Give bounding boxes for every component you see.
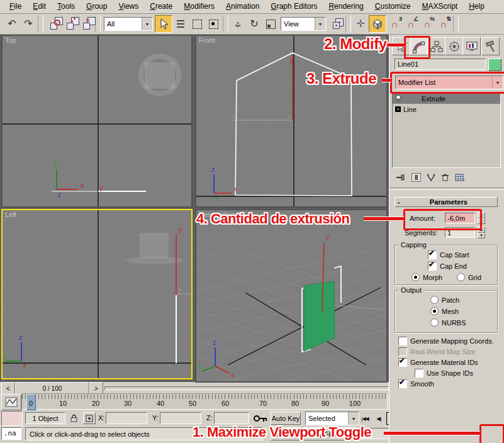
cap-end-checkbox[interactable] bbox=[428, 262, 437, 271]
menu-modifiers[interactable]: Modifiers bbox=[178, 1, 220, 13]
select-object-button[interactable] bbox=[155, 15, 172, 33]
select-and-link-button[interactable] bbox=[45, 16, 61, 32]
bind-to-spacewarp-button[interactable] bbox=[77, 16, 94, 32]
tab-display[interactable] bbox=[462, 37, 481, 55]
modifier-list-dropdown[interactable]: Modifier List bbox=[395, 76, 503, 89]
select-and-manipulate-button[interactable]: ✛ bbox=[352, 16, 369, 32]
chevron-down-icon[interactable] bbox=[348, 412, 359, 425]
menu-tools[interactable]: Tools bbox=[52, 1, 81, 13]
chevron-down-icon[interactable] bbox=[315, 18, 325, 30]
set-keys-button[interactable] bbox=[252, 412, 269, 425]
lightbulb-icon[interactable] bbox=[395, 94, 401, 103]
menu-animation[interactable]: Animation bbox=[220, 1, 265, 13]
menu-edit[interactable]: Edit bbox=[27, 1, 52, 13]
chevron-down-icon[interactable] bbox=[492, 76, 503, 89]
configure-modifier-sets-icon[interactable] bbox=[455, 173, 465, 182]
menu-rendering[interactable]: Rendering bbox=[323, 1, 369, 13]
select-and-scale-button[interactable] bbox=[262, 16, 279, 32]
select-and-rotate-button[interactable]: ↻ bbox=[246, 16, 262, 32]
generate-material-checkbox[interactable] bbox=[398, 358, 407, 367]
reference-coordinate-dropdown[interactable]: View bbox=[281, 17, 326, 31]
menu-graph-editors[interactable]: Graph Editors bbox=[265, 1, 323, 13]
chevron-down-icon[interactable] bbox=[142, 18, 152, 30]
tab-utilities[interactable] bbox=[481, 37, 500, 55]
nurbs-radio[interactable] bbox=[430, 318, 439, 327]
angle-snap-button[interactable]: ∩∠ bbox=[403, 16, 419, 32]
time-slider-next-button[interactable]: > bbox=[89, 382, 103, 395]
previous-frame-button[interactable]: ◀|| bbox=[372, 412, 385, 425]
go-to-start-button[interactable]: |◀◀ bbox=[359, 412, 371, 425]
spinner-up-icon[interactable]: ▲ bbox=[478, 227, 485, 233]
grid-radio[interactable] bbox=[457, 273, 465, 281]
cap-start-row[interactable]: Cap Start bbox=[428, 250, 469, 259]
segments-input[interactable]: 1 bbox=[445, 227, 475, 238]
stack-item-line[interactable]: + Line bbox=[393, 104, 500, 115]
grid-row[interactable]: Grid bbox=[457, 273, 481, 281]
use-shape-checkbox[interactable] bbox=[415, 369, 423, 378]
cap-end-row[interactable]: Cap End bbox=[428, 262, 467, 271]
window-crossing-button[interactable] bbox=[205, 16, 221, 32]
pin-stack-icon[interactable] bbox=[396, 173, 406, 182]
time-slider-track[interactable] bbox=[104, 386, 389, 390]
tab-modify[interactable] bbox=[410, 37, 428, 55]
rectangular-selection-button[interactable] bbox=[189, 16, 205, 32]
patch-radio[interactable] bbox=[430, 296, 439, 304]
viewport-top[interactable]: Top y x z y bbox=[1, 35, 193, 208]
show-end-result-icon[interactable]: ‖ bbox=[412, 173, 421, 182]
snap-toggle-3-button[interactable]: ∩3 bbox=[386, 16, 403, 32]
z-coord-input[interactable] bbox=[214, 412, 249, 424]
expand-plus-icon[interactable]: + bbox=[395, 106, 401, 112]
macro-recorder-pane[interactable] bbox=[1, 411, 23, 426]
object-color-swatch[interactable] bbox=[488, 59, 501, 71]
smooth-row[interactable]: Smooth bbox=[398, 379, 434, 388]
generate-mapping-row[interactable]: Generate Mapping Coords. bbox=[398, 337, 494, 345]
menu-views[interactable]: Views bbox=[113, 1, 144, 13]
auto-key-button[interactable]: Auto Key bbox=[271, 412, 301, 425]
mesh-row[interactable]: Mesh bbox=[430, 307, 459, 315]
nurbs-row[interactable]: NURBS bbox=[430, 318, 466, 327]
key-filter-dropdown[interactable]: Selected bbox=[305, 412, 359, 425]
snaps-toggle-button[interactable] bbox=[369, 15, 386, 33]
timeline-ruler[interactable]: 0 10 20 30 40 50 60 70 80 90 100 bbox=[21, 393, 388, 410]
menu-customize[interactable]: Customize bbox=[369, 1, 417, 13]
tab-hierarchy[interactable] bbox=[427, 37, 445, 55]
smooth-checkbox[interactable] bbox=[398, 379, 407, 388]
viewport-perspective[interactable]: Perspective y z bbox=[195, 209, 388, 383]
time-slider-prev-button[interactable]: < bbox=[1, 382, 15, 395]
menu-group[interactable]: Group bbox=[81, 1, 113, 13]
morph-radio[interactable] bbox=[412, 273, 420, 281]
spinner-up-icon[interactable]: ▲ bbox=[478, 212, 485, 218]
menu-help[interactable]: Help bbox=[463, 1, 490, 13]
stack-item-extrude[interactable]: Extrude bbox=[393, 93, 500, 104]
use-pivot-center-button[interactable] bbox=[328, 16, 344, 32]
mini-curve-editor-button[interactable] bbox=[1, 394, 21, 410]
parameters-rollout-header[interactable]: - Parameters bbox=[395, 197, 498, 207]
select-by-name-button[interactable] bbox=[172, 16, 189, 32]
x-coord-input[interactable] bbox=[106, 412, 147, 424]
menu-file[interactable]: File bbox=[4, 1, 27, 13]
spinner-snap-button[interactable]: ∩⇅ bbox=[435, 16, 452, 32]
mesh-radio[interactable] bbox=[430, 307, 439, 315]
amount-input[interactable]: -6,0m bbox=[445, 213, 475, 223]
select-and-move-button[interactable]: ↔↕ bbox=[230, 16, 246, 32]
maxscript-mini-listener[interactable]: .na bbox=[1, 427, 21, 440]
tab-motion[interactable] bbox=[445, 37, 463, 55]
menu-maxscript[interactable]: MAXScript bbox=[417, 1, 464, 13]
spinner-down-icon[interactable]: ▼ bbox=[478, 218, 485, 225]
morph-row[interactable]: Morph bbox=[412, 273, 442, 281]
absolute-offset-toggle[interactable] bbox=[83, 412, 96, 424]
spinner-down-icon[interactable]: ▼ bbox=[478, 233, 485, 239]
make-unique-icon[interactable] bbox=[427, 174, 435, 182]
segments-spinner[interactable]: ▲▼ bbox=[478, 227, 485, 238]
undo-button[interactable]: ↶ bbox=[4, 16, 20, 32]
remove-modifier-icon[interactable] bbox=[441, 173, 449, 182]
viewport-left[interactable]: Left y z z y x bbox=[1, 209, 193, 379]
cap-start-checkbox[interactable] bbox=[428, 250, 437, 259]
y-coord-input[interactable] bbox=[160, 412, 201, 424]
object-name-field[interactable]: Line01 bbox=[395, 59, 486, 70]
amount-spinner[interactable]: ▲▼ bbox=[478, 212, 485, 224]
viewport-front[interactable]: Front z x y z x y bbox=[195, 35, 388, 208]
menu-create[interactable]: Create bbox=[144, 1, 178, 13]
generate-material-row[interactable]: Generate Material IDs bbox=[398, 358, 478, 367]
unlink-selection-button[interactable] bbox=[61, 16, 77, 32]
